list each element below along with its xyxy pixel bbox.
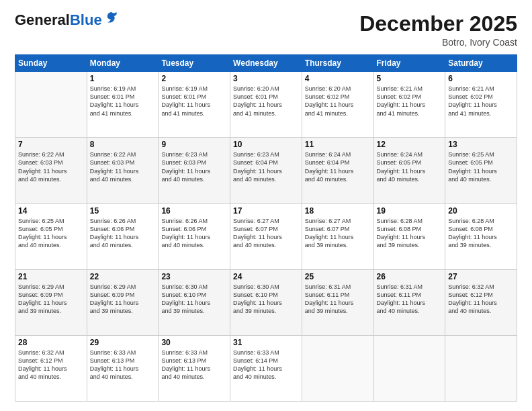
table-row: 8Sunrise: 6:22 AM Sunset: 6:03 PM Daylig… bbox=[87, 138, 159, 203]
table-row: 17Sunrise: 6:27 AM Sunset: 6:07 PM Dayli… bbox=[230, 203, 302, 269]
table-row: 13Sunrise: 6:25 AM Sunset: 6:05 PM Dayli… bbox=[445, 138, 517, 203]
col-friday: Friday bbox=[373, 55, 445, 72]
logo-general: General bbox=[15, 11, 70, 28]
calendar-week-row: 7Sunrise: 6:22 AM Sunset: 6:03 PM Daylig… bbox=[15, 138, 517, 203]
table-row: 27Sunrise: 6:32 AM Sunset: 6:12 PM Dayli… bbox=[445, 269, 517, 335]
header: GeneralBlue December 2025 Botro, Ivory C… bbox=[15, 12, 517, 48]
table-row: 9Sunrise: 6:23 AM Sunset: 6:03 PM Daylig… bbox=[159, 138, 230, 203]
page: GeneralBlue December 2025 Botro, Ivory C… bbox=[0, 0, 532, 411]
day-number: 5 bbox=[377, 74, 443, 83]
table-row: 28Sunrise: 6:32 AM Sunset: 6:12 PM Dayli… bbox=[15, 335, 87, 401]
day-number: 27 bbox=[448, 272, 514, 281]
day-number: 24 bbox=[233, 272, 299, 281]
day-info: Sunrise: 6:32 AM Sunset: 6:12 PM Dayligh… bbox=[448, 283, 514, 316]
day-number: 4 bbox=[305, 74, 371, 83]
month-title: December 2025 bbox=[359, 12, 517, 36]
col-monday: Monday bbox=[87, 55, 159, 72]
day-info: Sunrise: 6:25 AM Sunset: 6:05 PM Dayligh… bbox=[18, 217, 84, 250]
day-number: 28 bbox=[18, 338, 84, 347]
day-number: 3 bbox=[233, 74, 299, 83]
calendar-table: Sunday Monday Tuesday Wednesday Thursday… bbox=[15, 54, 517, 402]
day-info: Sunrise: 6:27 AM Sunset: 6:07 PM Dayligh… bbox=[233, 217, 299, 250]
calendar-week-row: 28Sunrise: 6:32 AM Sunset: 6:12 PM Dayli… bbox=[15, 335, 517, 401]
day-number: 16 bbox=[161, 206, 227, 216]
table-row: 23Sunrise: 6:30 AM Sunset: 6:10 PM Dayli… bbox=[159, 269, 230, 335]
logo-bird-icon bbox=[104, 10, 119, 28]
day-number: 15 bbox=[90, 206, 156, 216]
table-row: 1Sunrise: 6:19 AM Sunset: 6:01 PM Daylig… bbox=[87, 72, 159, 138]
day-info: Sunrise: 6:24 AM Sunset: 6:04 PM Dayligh… bbox=[305, 150, 371, 183]
day-number: 6 bbox=[448, 74, 514, 83]
day-info: Sunrise: 6:29 AM Sunset: 6:09 PM Dayligh… bbox=[90, 283, 156, 316]
day-info: Sunrise: 6:31 AM Sunset: 6:11 PM Dayligh… bbox=[377, 283, 443, 316]
table-row: 11Sunrise: 6:24 AM Sunset: 6:04 PM Dayli… bbox=[302, 138, 373, 203]
calendar-week-row: 14Sunrise: 6:25 AM Sunset: 6:05 PM Dayli… bbox=[15, 203, 517, 269]
day-number: 17 bbox=[233, 206, 299, 216]
day-info: Sunrise: 6:21 AM Sunset: 6:02 PM Dayligh… bbox=[448, 85, 514, 118]
day-info: Sunrise: 6:19 AM Sunset: 6:01 PM Dayligh… bbox=[90, 85, 156, 118]
day-info: Sunrise: 6:33 AM Sunset: 6:13 PM Dayligh… bbox=[161, 349, 227, 381]
table-row: 14Sunrise: 6:25 AM Sunset: 6:05 PM Dayli… bbox=[15, 203, 87, 269]
day-info: Sunrise: 6:21 AM Sunset: 6:02 PM Dayligh… bbox=[377, 85, 443, 118]
day-number: 18 bbox=[305, 206, 371, 216]
day-info: Sunrise: 6:24 AM Sunset: 6:05 PM Dayligh… bbox=[377, 150, 443, 183]
day-info: Sunrise: 6:32 AM Sunset: 6:12 PM Dayligh… bbox=[18, 349, 84, 381]
day-info: Sunrise: 6:22 AM Sunset: 6:03 PM Dayligh… bbox=[18, 150, 84, 183]
table-row: 7Sunrise: 6:22 AM Sunset: 6:03 PM Daylig… bbox=[15, 138, 87, 203]
title-area: December 2025 Botro, Ivory Coast bbox=[359, 12, 517, 48]
table-row: 3Sunrise: 6:20 AM Sunset: 6:01 PM Daylig… bbox=[230, 72, 302, 138]
day-info: Sunrise: 6:25 AM Sunset: 6:05 PM Dayligh… bbox=[448, 150, 514, 183]
day-number: 7 bbox=[18, 140, 84, 149]
day-info: Sunrise: 6:30 AM Sunset: 6:10 PM Dayligh… bbox=[233, 283, 299, 316]
day-number: 31 bbox=[233, 338, 299, 347]
table-row: 21Sunrise: 6:29 AM Sunset: 6:09 PM Dayli… bbox=[15, 269, 87, 335]
day-info: Sunrise: 6:28 AM Sunset: 6:08 PM Dayligh… bbox=[377, 217, 443, 250]
day-number: 14 bbox=[18, 206, 84, 216]
table-row: 5Sunrise: 6:21 AM Sunset: 6:02 PM Daylig… bbox=[373, 72, 445, 138]
table-row: 20Sunrise: 6:28 AM Sunset: 6:08 PM Dayli… bbox=[445, 203, 517, 269]
table-row bbox=[445, 335, 517, 401]
col-sunday: Sunday bbox=[15, 55, 87, 72]
day-info: Sunrise: 6:28 AM Sunset: 6:08 PM Dayligh… bbox=[448, 217, 514, 250]
table-row: 2Sunrise: 6:19 AM Sunset: 6:01 PM Daylig… bbox=[159, 72, 230, 138]
day-number: 25 bbox=[305, 272, 371, 281]
day-info: Sunrise: 6:30 AM Sunset: 6:10 PM Dayligh… bbox=[161, 283, 227, 316]
table-row: 24Sunrise: 6:30 AM Sunset: 6:10 PM Dayli… bbox=[230, 269, 302, 335]
day-number: 9 bbox=[161, 140, 227, 149]
day-number: 29 bbox=[90, 338, 156, 347]
day-number: 2 bbox=[161, 74, 227, 83]
day-number: 11 bbox=[305, 140, 371, 149]
day-info: Sunrise: 6:33 AM Sunset: 6:13 PM Dayligh… bbox=[90, 349, 156, 381]
table-row: 31Sunrise: 6:33 AM Sunset: 6:14 PM Dayli… bbox=[230, 335, 302, 401]
day-info: Sunrise: 6:26 AM Sunset: 6:06 PM Dayligh… bbox=[161, 217, 227, 250]
table-row: 6Sunrise: 6:21 AM Sunset: 6:02 PM Daylig… bbox=[445, 72, 517, 138]
col-tuesday: Tuesday bbox=[159, 55, 230, 72]
table-row bbox=[15, 72, 87, 138]
day-info: Sunrise: 6:20 AM Sunset: 6:02 PM Dayligh… bbox=[305, 85, 371, 118]
table-row: 19Sunrise: 6:28 AM Sunset: 6:08 PM Dayli… bbox=[373, 203, 445, 269]
day-number: 20 bbox=[448, 206, 514, 216]
table-row: 10Sunrise: 6:23 AM Sunset: 6:04 PM Dayli… bbox=[230, 138, 302, 203]
table-row: 16Sunrise: 6:26 AM Sunset: 6:06 PM Dayli… bbox=[159, 203, 230, 269]
day-number: 22 bbox=[90, 272, 156, 281]
day-number: 12 bbox=[377, 140, 443, 149]
table-row: 25Sunrise: 6:31 AM Sunset: 6:11 PM Dayli… bbox=[302, 269, 373, 335]
day-number: 21 bbox=[18, 272, 84, 281]
table-row: 4Sunrise: 6:20 AM Sunset: 6:02 PM Daylig… bbox=[302, 72, 373, 138]
table-row bbox=[302, 335, 373, 401]
day-number: 26 bbox=[377, 272, 443, 281]
logo-text: GeneralBlue bbox=[15, 12, 102, 28]
day-info: Sunrise: 6:26 AM Sunset: 6:06 PM Dayligh… bbox=[90, 217, 156, 250]
table-row bbox=[373, 335, 445, 401]
day-info: Sunrise: 6:23 AM Sunset: 6:04 PM Dayligh… bbox=[233, 150, 299, 183]
table-row: 30Sunrise: 6:33 AM Sunset: 6:13 PM Dayli… bbox=[159, 335, 230, 401]
day-number: 30 bbox=[161, 338, 227, 347]
table-row: 26Sunrise: 6:31 AM Sunset: 6:11 PM Dayli… bbox=[373, 269, 445, 335]
calendar-header-row: Sunday Monday Tuesday Wednesday Thursday… bbox=[15, 55, 517, 72]
day-number: 1 bbox=[90, 74, 156, 83]
col-wednesday: Wednesday bbox=[230, 55, 302, 72]
day-info: Sunrise: 6:31 AM Sunset: 6:11 PM Dayligh… bbox=[305, 283, 371, 316]
subtitle: Botro, Ivory Coast bbox=[359, 37, 517, 48]
calendar-week-row: 21Sunrise: 6:29 AM Sunset: 6:09 PM Dayli… bbox=[15, 269, 517, 335]
day-info: Sunrise: 6:23 AM Sunset: 6:03 PM Dayligh… bbox=[161, 150, 227, 183]
